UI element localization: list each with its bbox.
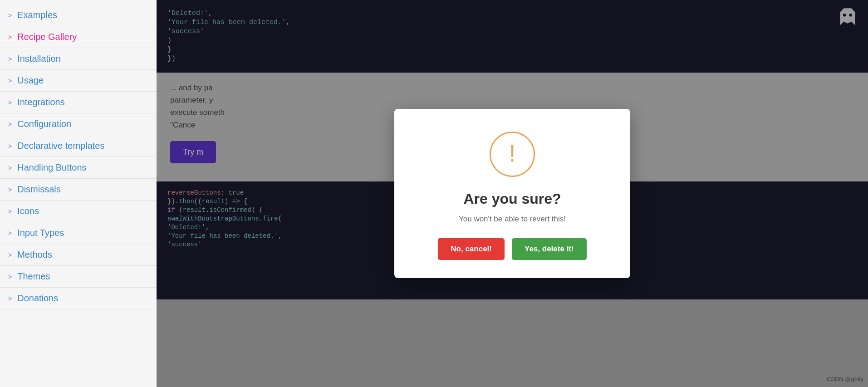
sidebar-item-label: Input Types bbox=[17, 228, 64, 238]
chevron-icon: > bbox=[8, 295, 12, 302]
sidebar-item-label: Themes bbox=[17, 271, 50, 282]
sidebar-item-handling-buttons[interactable]: >Handling Buttons bbox=[0, 157, 157, 179]
chevron-icon: > bbox=[8, 208, 12, 215]
sidebar-item-examples[interactable]: >Examples bbox=[0, 5, 157, 26]
sidebar-item-label: Installation bbox=[17, 54, 61, 64]
sidebar-item-dismissals[interactable]: >Dismissals bbox=[0, 179, 157, 201]
sidebar-item-input-types[interactable]: >Input Types bbox=[0, 222, 157, 244]
sidebar: >Examples>Recipe Gallery>Installation>Us… bbox=[0, 0, 157, 387]
sidebar-item-label: Recipe Gallery bbox=[17, 32, 77, 42]
sidebar-item-usage[interactable]: >Usage bbox=[0, 70, 157, 92]
confirm-button[interactable]: Yes, delete it! bbox=[512, 238, 587, 260]
sidebar-item-configuration[interactable]: >Configuration bbox=[0, 113, 157, 135]
sidebar-item-label: Handling Buttons bbox=[17, 162, 86, 173]
chevron-icon: > bbox=[8, 273, 12, 280]
sidebar-item-themes[interactable]: >Themes bbox=[0, 266, 157, 288]
main-content: 'Deleted!', 'Your file has been deleted.… bbox=[157, 0, 868, 387]
sidebar-item-label: Donations bbox=[17, 293, 58, 304]
chevron-icon: > bbox=[8, 12, 12, 19]
sidebar-item-label: Icons bbox=[17, 206, 39, 216]
chevron-icon: > bbox=[8, 77, 12, 84]
chevron-icon: > bbox=[8, 164, 12, 171]
sidebar-item-label: Examples bbox=[17, 10, 57, 20]
chevron-icon: > bbox=[8, 34, 12, 41]
sidebar-item-recipe-gallery[interactable]: >Recipe Gallery bbox=[0, 26, 157, 48]
sidebar-item-icons[interactable]: >Icons bbox=[0, 201, 157, 222]
modal-icon-circle: ! bbox=[490, 132, 535, 177]
sidebar-item-label: Configuration bbox=[17, 119, 71, 129]
chevron-icon: > bbox=[8, 251, 12, 259]
sidebar-item-installation[interactable]: >Installation bbox=[0, 48, 157, 70]
modal-overlay[interactable]: ! Are you sure? You won't be able to rev… bbox=[157, 0, 868, 387]
sidebar-item-label: Integrations bbox=[17, 97, 65, 108]
exclamation-icon: ! bbox=[509, 142, 515, 165]
chevron-icon: > bbox=[8, 186, 12, 193]
sidebar-item-methods[interactable]: >Methods bbox=[0, 244, 157, 266]
chevron-icon: > bbox=[8, 55, 12, 63]
chevron-icon: > bbox=[8, 230, 12, 237]
modal-title: Are you sure? bbox=[463, 191, 561, 207]
modal-subtitle: You won't be able to revert this! bbox=[459, 215, 566, 224]
modal-buttons: No, cancel! Yes, delete it! bbox=[438, 238, 586, 260]
sidebar-item-donations[interactable]: >Donations bbox=[0, 288, 157, 309]
sidebar-item-declarative-templates[interactable]: >Declarative templates bbox=[0, 135, 157, 157]
chevron-icon: > bbox=[8, 121, 12, 128]
sidebar-item-integrations[interactable]: >Integrations bbox=[0, 92, 157, 113]
sidebar-item-label: Methods bbox=[17, 250, 52, 260]
sidebar-item-label: Usage bbox=[17, 75, 44, 86]
chevron-icon: > bbox=[8, 99, 12, 106]
chevron-icon: > bbox=[8, 142, 12, 150]
cancel-button[interactable]: No, cancel! bbox=[438, 238, 505, 260]
modal-box: ! Are you sure? You won't be able to rev… bbox=[394, 109, 630, 278]
sidebar-item-label: Dismissals bbox=[17, 184, 61, 195]
sidebar-item-label: Declarative templates bbox=[17, 141, 104, 151]
